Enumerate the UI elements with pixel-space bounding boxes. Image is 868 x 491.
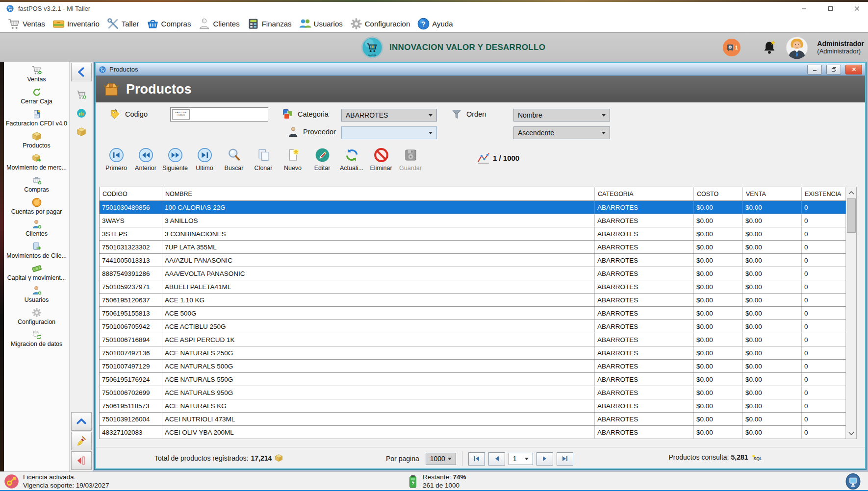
table-row[interactable]: 7501006702699ACE NATURALS 950GABARROTES$… (100, 386, 846, 399)
table-row[interactable]: 48327102083ACEI OLIV YBA 200MLABARROTES$… (100, 426, 846, 439)
toolbar-item-usuarios[interactable]: Usuarios (295, 15, 346, 32)
guardar-button[interactable]: Guardar (397, 147, 424, 172)
actuali-button[interactable]: Actuali... (338, 147, 365, 172)
bell-icon[interactable] (762, 40, 777, 55)
table-row[interactable]: 7501059237971ABUELI PALETA41MLABARROTES$… (100, 280, 846, 294)
exit-button[interactable] (71, 451, 92, 470)
search-icon (227, 147, 242, 163)
siguiente-button[interactable]: Siguiente (161, 147, 189, 172)
toolbar-item-ventas[interactable]: Ventas (4, 15, 49, 32)
next-page-button[interactable] (536, 452, 553, 466)
column-header-codigo[interactable]: CODIGO (100, 187, 162, 201)
strip-stats-icon[interactable] (76, 108, 87, 119)
orden-dropdown[interactable]: Nombre (513, 109, 610, 122)
sidebar-item-capital-y-movimient[interactable]: Capital y movimient... (4, 261, 69, 283)
sidebar-item-productos[interactable]: Productos (4, 129, 69, 151)
table-row[interactable]: 7506195155813ACE 500GABARROTES$0.00$0.00… (100, 307, 846, 320)
table-row[interactable]: 7501006716894ACE ASPI PERCUD 1KABARROTES… (100, 333, 846, 346)
toolbar-item-label: Inventario (67, 20, 100, 28)
scroll-up-button[interactable] (71, 412, 92, 431)
sidebar-item-movimiento-de-merc[interactable]: Movimiento de merc... (4, 151, 69, 173)
categoria-dropdown[interactable]: ABARROTES (341, 109, 437, 122)
ultimo-button[interactable]: Ultimo (191, 147, 218, 172)
strip-cart-icon[interactable] (76, 89, 87, 100)
column-header-nombre[interactable]: NOMBRE (162, 187, 595, 201)
column-header-categoria[interactable]: CATEGORIA (595, 187, 694, 201)
table-row[interactable]: 7501007497136ACE NATURALS 250GABARROTES$… (100, 346, 846, 360)
scrollbar-down-icon[interactable] (846, 428, 856, 439)
refresh-blue-icon (344, 147, 359, 163)
column-header-costo[interactable]: COSTO (694, 187, 743, 201)
collapse-sidebar-button[interactable] (71, 63, 92, 81)
sidebar-item-facturacion-cfdi-v4-0[interactable]: Facturacion CFDI v4.0 (4, 107, 69, 129)
toolbar-item-clientes[interactable]: Clientes (194, 15, 243, 32)
scrollbar-thumb[interactable] (847, 198, 856, 233)
clonar-button[interactable]: Clonar (250, 147, 277, 172)
strip-box-icon[interactable] (76, 126, 87, 137)
app-maximize-button[interactable] (819, 2, 842, 15)
table-row[interactable]: 75010313233027UP LATA 355MLABARROTES$0.0… (100, 241, 846, 254)
toolbar-item-taller[interactable]: Taller (103, 15, 143, 32)
avatar[interactable] (786, 36, 808, 59)
scrollbar-up-icon[interactable] (846, 187, 856, 198)
toolbar-item-configuracion[interactable]: Configuracion (346, 15, 414, 32)
table-row[interactable]: 7506195118573ACE NATURALS KGABARROTES$0.… (100, 399, 846, 413)
codigo-input[interactable]: BARCODE | 12345 (170, 107, 268, 122)
safe-button[interactable]: 1 (723, 39, 740, 56)
table-row[interactable]: 7506195176924ACE NATURALS 550GABARROTES$… (100, 373, 846, 386)
nuevo-button[interactable]: Nuevo (279, 147, 306, 172)
sidebar-item-cerrar-caja[interactable]: Cerrar Caja (4, 85, 69, 107)
sidebar-item-migracion-de-datos[interactable]: Migracion de datos (4, 327, 69, 349)
license-status: Licencia activada. Vigencia soporte: 19/… (4, 473, 109, 490)
sidebar-item-usuarios[interactable]: Usuarios (4, 283, 69, 305)
page-dropdown[interactable]: 1 (509, 453, 533, 465)
table-row[interactable]: 7501007497129ACE NATURALS 500GABARROTES$… (100, 360, 846, 373)
toolbar-item-finanzas[interactable]: Finanzas (243, 15, 295, 32)
app-minimize-button[interactable] (792, 2, 815, 15)
table-scrollbar[interactable] (846, 187, 857, 439)
sidebar-item-clientes[interactable]: Clientes (4, 217, 69, 239)
table-row[interactable]: 3STEPS3 CONBINACIONESABARROTES$0.00$0.00… (100, 227, 846, 241)
per-page-dropdown[interactable]: 1000 (426, 453, 456, 465)
proveedor-dropdown[interactable] (341, 126, 437, 139)
table-cell: $0.00 (743, 320, 802, 333)
eliminar-button[interactable]: Eliminar (367, 147, 395, 172)
app-close-button[interactable] (845, 2, 868, 15)
record-button-label: Clonar (255, 165, 273, 172)
window-close-button[interactable] (845, 65, 862, 74)
sidebar-item-label: Cuentas por pagar (11, 208, 62, 215)
window-restore-button[interactable] (826, 65, 841, 74)
window-minimize-button[interactable] (807, 65, 822, 74)
last-page-button[interactable] (557, 452, 573, 466)
table-row[interactable]: 7441005013313AA/AZUL PANASONICABARROTES$… (100, 254, 846, 267)
editar-button[interactable]: Editar (308, 147, 336, 172)
table-row[interactable]: 7501039126004ACEI NUTRIOLI 473MLABARROTE… (100, 413, 846, 426)
buscar-button[interactable]: Buscar (220, 147, 248, 172)
table-row[interactable]: 8887549391286AAA/EVOLTA PANASONICABARROT… (100, 267, 846, 280)
column-header-venta[interactable]: VENTA (743, 187, 802, 201)
orden-direction-dropdown[interactable]: Ascendente (513, 126, 610, 139)
table-row[interactable]: 3WAYS3 ANILLOSABARROTES$0.00$0.000 (100, 214, 846, 227)
sidebar-item-configuracion[interactable]: Configuracion (4, 305, 69, 327)
prev-page-button[interactable] (488, 452, 505, 466)
column-header-existencia[interactable]: EXISTENCIA (802, 187, 846, 201)
sidebar-item-movimientos-de-clie[interactable]: Movimientos de Clie... (4, 239, 69, 261)
table-row[interactable]: 7506195120637ACE 1.10 KGABARROTES$0.00$0… (100, 294, 846, 307)
primero-button[interactable]: Primero (102, 147, 130, 172)
table-row[interactable]: 7501006705942ACE ACTIBLU 250GABARROTES$0… (100, 320, 846, 333)
sidebar-item-compras[interactable]: Compras (4, 173, 69, 195)
table-cell: $0.00 (743, 307, 802, 320)
toolbar-item-ayuda[interactable]: ?Ayuda (413, 15, 456, 32)
table-row[interactable]: 7501030489856100 CALORIAS 22GABARROTES$0… (100, 201, 846, 214)
refresh-green-icon (31, 87, 42, 98)
toolbar-item-inventario[interactable]: Inventario (49, 15, 103, 32)
table-cell: ABARROTES (595, 241, 694, 254)
sidebar-item-ventas[interactable]: Ventas (4, 63, 69, 85)
clean-button[interactable] (71, 432, 92, 450)
sidebar-item-cuentas-por-pagar[interactable]: Cuentas por pagar (4, 195, 69, 217)
monitor-icon[interactable] (844, 472, 862, 491)
first-page-button[interactable] (468, 452, 485, 466)
anterior-button[interactable]: Anterior (132, 147, 159, 172)
toolbar-item-compras[interactable]: Compras (143, 15, 195, 32)
productos-window-titlebar[interactable]: Productos (96, 63, 865, 76)
